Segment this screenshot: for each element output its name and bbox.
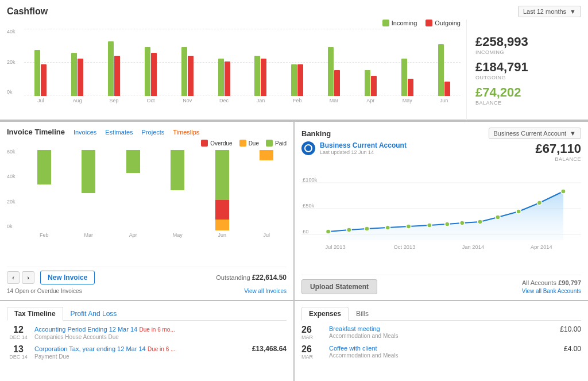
tab-projects[interactable]: Projects [142, 129, 165, 136]
bank-account-name[interactable]: Business Current Account [320, 141, 407, 149]
paid-bar [37, 150, 51, 184]
incoming-bar [254, 56, 260, 96]
svg-text:£0: £0 [303, 229, 308, 234]
cashflow-panel: Cashflow Last 12 months ▼ Incoming Outgo… [0, 0, 588, 121]
balance-amount: £74,202 [475, 85, 581, 100]
outgoing-label: OUTGOING [475, 75, 581, 80]
svg-text:Oct 2013: Oct 2013 [394, 244, 416, 250]
tab-timeslips[interactable]: Timeslips [173, 129, 199, 136]
incoming-legend-dot [382, 20, 389, 26]
upload-statement-button[interactable]: Upload Statement [301, 279, 377, 294]
bills-tab[interactable]: Bills [349, 307, 376, 321]
bar-group: May [390, 30, 424, 103]
invoice-bar-chart: FebMarAprMayJunJul [7, 149, 287, 238]
new-invoice-button[interactable]: New Invoice [40, 271, 95, 284]
bar-group: Jul [24, 30, 57, 103]
banking-title: Banking [301, 129, 331, 138]
bar-group: Jan [244, 30, 277, 103]
inv-bar-group: May [158, 150, 198, 238]
incoming-bar [291, 64, 297, 96]
bar-group: Jun [427, 30, 461, 103]
bar-group: Mar [318, 30, 351, 103]
bank-logo-inner [304, 144, 312, 152]
bank-last-updated: Last updated 12 Jun 14 [320, 149, 407, 155]
tax-entry-2-due: Due in 6 ... [148, 346, 175, 352]
outgoing-bar [297, 64, 303, 96]
expenses-tab-bar: Expenses Bills [301, 307, 581, 321]
outgoing-bar [225, 61, 230, 96]
invoice-panel: Invoice Timeline Invoices Estimates Proj… [0, 122, 293, 300]
incoming-label: INCOMING [475, 49, 581, 55]
svg-text:Jul 2013: Jul 2013 [325, 244, 345, 250]
incoming-bar [438, 44, 444, 96]
banking-header: Business Current Account Last updated 12… [301, 141, 581, 162]
outgoing-legend-label: Outgoing [435, 20, 461, 26]
paid-bar [215, 150, 229, 200]
banking-panel: Banking Business Current Account ▼ Busin… [295, 122, 588, 300]
incoming-bar [328, 47, 334, 96]
tax-entry-2-amount: £13,468.64 [252, 345, 287, 353]
invoice-legend: Overdue Due Paid [7, 140, 287, 147]
tax-entry-1-title[interactable]: Accounting Period Ending 12 Mar 14 [34, 326, 137, 333]
cashflow-bar-chart: JulAugSepOctNovDecJanFebMarAprMayJun [7, 29, 461, 103]
bar-group: Nov [171, 30, 204, 103]
svg-point-17 [537, 201, 541, 205]
line-chart-svg: £100k £50k £0 [301, 166, 581, 252]
banking-account-selector[interactable]: Business Current Account ▼ [489, 128, 581, 139]
incoming-bar [401, 59, 407, 96]
expense-entry-2: 26 MAR Coffee with client Accommodation … [301, 345, 581, 360]
cashflow-legend: Incoming Outgoing [7, 20, 461, 26]
nav-arrows: ‹ › [7, 271, 34, 284]
cashflow-chart: Incoming Outgoing 40k 20k [7, 20, 461, 120]
outstanding-label: Outstanding [216, 274, 250, 281]
bar-group: Sep [98, 30, 131, 103]
expense-sub-2: Accommodation and Meals [329, 352, 559, 359]
tax-entry-2-title[interactable]: Corporation Tax, year ending 12 Mar 14 [34, 345, 146, 352]
outgoing-bar [41, 64, 47, 96]
due-bar [260, 150, 273, 160]
tab-estimates[interactable]: Estimates [105, 129, 133, 136]
outgoing-bar [371, 76, 377, 96]
date-badge-1: 12 DEC 14 [7, 325, 30, 340]
all-accounts-label: All Accounts [522, 279, 556, 286]
expense-title-2[interactable]: Coffee with client [329, 345, 559, 352]
next-button[interactable]: › [22, 271, 34, 284]
expense-title-1[interactable]: Breakfast meeting [329, 325, 555, 332]
tax-tab-bar: Tax Timeline Profit And Loss [7, 307, 287, 321]
svg-point-9 [385, 225, 390, 230]
svg-text:£50k: £50k [303, 203, 315, 209]
banking-footer: Upload Statement All Accounts £90,797 Vi… [301, 275, 581, 294]
outgoing-bar [78, 59, 83, 96]
bar-group: Aug [61, 30, 94, 103]
tax-timeline-tab[interactable]: Tax Timeline [7, 307, 63, 321]
tab-invoices[interactable]: Invoices [74, 129, 96, 136]
expenses-tab[interactable]: Expenses [301, 307, 349, 321]
inv-bar-group: Jul [247, 150, 287, 238]
bar-group: Feb [281, 30, 314, 103]
view-all-invoices[interactable]: View all Invoices [244, 288, 287, 294]
all-accounts-amount: £90,797 [558, 279, 581, 286]
outgoing-bar [334, 70, 340, 96]
view-all-banks[interactable]: View all Bank Accounts [522, 288, 581, 294]
profit-loss-tab[interactable]: Profit And Loss [63, 307, 125, 321]
invoice-chart: Overdue Due Paid 60k 40k 20k [7, 140, 287, 264]
outgoing-bar [151, 53, 157, 96]
outstanding-amount: £22,614.50 [252, 274, 287, 282]
prev-button[interactable]: ‹ [7, 271, 20, 284]
expense-entry-1: 26 MAR Breakfast meeting Accommodation a… [301, 325, 581, 340]
svg-point-10 [406, 224, 411, 229]
svg-point-6 [326, 229, 330, 234]
banking-chart: £100k £50k £0 [301, 166, 581, 272]
period-selector[interactable]: Last 12 months ▼ [518, 6, 581, 17]
tax-entry-1-due: Due in 6 mo... [140, 326, 175, 333]
chevron-down-icon: ▼ [570, 130, 576, 137]
bank-account-info: Business Current Account Last updated 12… [301, 141, 407, 155]
svg-point-16 [516, 209, 521, 214]
outgoing-bar [408, 79, 413, 96]
svg-point-18 [561, 189, 566, 194]
due-bar [215, 220, 229, 230]
bar-group: Oct [134, 30, 167, 103]
bank-balance-display: £67,110 BALANCE [535, 141, 581, 162]
incoming-bar [145, 47, 150, 96]
svg-point-15 [496, 215, 500, 220]
